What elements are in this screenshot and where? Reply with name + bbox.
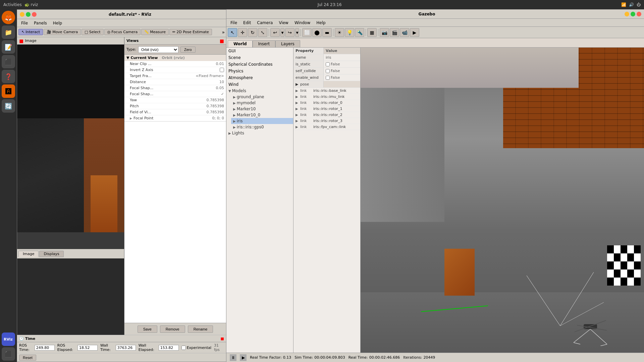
gz-light2-btn[interactable]: 💡 xyxy=(345,28,354,37)
time-close-btn[interactable]: ■ xyxy=(221,337,224,341)
gz-rotate-btn[interactable]: ↻ xyxy=(248,28,257,37)
gz-pause-btn[interactable]: ⏸ xyxy=(230,354,236,361)
tab-image[interactable]: Image xyxy=(18,251,39,257)
interact-btn[interactable]: ↖ Interact xyxy=(18,29,43,35)
gz-model-iris-gps[interactable]: ▶ iris::iris::gps0 xyxy=(231,124,293,130)
remove-view-btn[interactable]: Remove xyxy=(160,325,185,333)
rviz-proc-label[interactable]: 🐢 rviz xyxy=(24,2,38,7)
gz-record2-btn[interactable]: 🎬 xyxy=(390,28,399,37)
gz-3d-viewport[interactable] xyxy=(361,48,644,353)
gz-play-btn[interactable]: ▶ xyxy=(240,354,247,361)
gz-tab-insert[interactable]: Insert xyxy=(253,40,275,47)
pitch-value[interactable]: 0.785398 xyxy=(207,104,224,108)
focal-shape-fixed-value[interactable]: ✓ xyxy=(221,92,224,96)
focus-camera-btn[interactable]: ◎ Focus Camera xyxy=(104,29,141,35)
zero-btn[interactable]: Zero xyxy=(180,47,196,53)
gz-lights-header[interactable]: ▶ Lights xyxy=(226,130,293,136)
pose-estimate-btn[interactable]: ✏ 2D Pose Estimate xyxy=(169,29,212,35)
gazebo-menu-file[interactable]: File xyxy=(228,20,240,26)
gz-model-mymodel[interactable]: ▶ mymodel xyxy=(231,100,293,106)
gz-physics-item[interactable]: Physics xyxy=(226,68,293,74)
rename-view-btn[interactable]: Rename xyxy=(188,325,213,333)
invert-z-checkbox[interactable] xyxy=(220,68,224,72)
toolbar-expand-btn[interactable]: » xyxy=(222,29,225,35)
rviz-menu-file[interactable]: File xyxy=(18,20,31,26)
gz-redo-arrow-btn[interactable]: ▾ xyxy=(295,28,299,37)
yaw-value[interactable]: 0.785398 xyxy=(207,98,224,102)
gz-box-btn[interactable]: ⬜ xyxy=(302,28,312,37)
gazebo-minimize-btn[interactable] xyxy=(625,12,629,16)
gz-tab-layers[interactable]: Layers xyxy=(275,40,300,47)
tab-displays[interactable]: Displays xyxy=(39,251,63,257)
gz-light-btn[interactable]: ☀ xyxy=(335,28,344,37)
gazebo-menu-window[interactable]: Window xyxy=(292,20,313,26)
gazebo-close-btn[interactable] xyxy=(637,12,641,16)
dock-update[interactable]: 🔄 xyxy=(2,99,15,113)
dock-rviz[interactable]: RViz xyxy=(2,333,15,346)
reset-btn[interactable]: Reset xyxy=(19,355,36,361)
experimental-checkbox[interactable] xyxy=(181,346,186,350)
move-camera-btn[interactable]: 🎥 Move Camera xyxy=(44,29,81,35)
rviz-close-btn[interactable] xyxy=(32,12,37,17)
current-view-header[interactable]: ▼ Current View Orbit (rviz) xyxy=(124,55,226,61)
gz-model-ground-plane[interactable]: ▶ ground_plane xyxy=(231,94,293,100)
gz-record-btn[interactable]: 📷 xyxy=(380,28,389,37)
dock-files[interactable]: 📁 xyxy=(2,25,15,39)
gz-cylinder-btn[interactable]: ▬ xyxy=(322,28,332,37)
gz-scene-item[interactable]: Scene xyxy=(226,54,293,61)
select-btn[interactable]: □ Select xyxy=(82,29,103,35)
gz-wireframe-btn[interactable]: ▦ xyxy=(367,28,377,37)
rviz-maximize-btn[interactable] xyxy=(26,12,31,17)
gz-sphere-btn[interactable]: ⬤ xyxy=(312,28,322,37)
gazebo-maximize-btn[interactable] xyxy=(631,12,635,16)
focal-shape-size-value[interactable]: 0.05 xyxy=(216,86,224,90)
experimental-label[interactable]: Experimental xyxy=(181,346,211,350)
dock-terminal[interactable]: ⬛ xyxy=(2,55,15,68)
gz-atmosphere-item[interactable]: Atmosphere xyxy=(226,74,293,81)
views-panel-close[interactable]: ■ xyxy=(220,39,224,43)
dock-text[interactable]: 📝 xyxy=(2,40,15,54)
measure-btn[interactable]: 📏 Measure xyxy=(141,29,169,35)
gz-model-marker10-0[interactable]: ▶ Marker10_0 xyxy=(231,112,293,118)
prop-is-static-row: is_static False xyxy=(293,61,360,68)
save-view-btn[interactable]: Save xyxy=(138,325,157,333)
type-select[interactable]: Orbit (rviz) xyxy=(138,46,178,53)
gazebo-menu-edit[interactable]: Edit xyxy=(240,20,254,26)
gz-wind-item[interactable]: Wind xyxy=(226,81,293,88)
focal-point-value[interactable]: 0; 0; 0 xyxy=(212,116,224,120)
rviz-menu-help[interactable]: Help xyxy=(50,20,65,26)
target-frame-value[interactable]: <Fixed Frame> xyxy=(196,74,224,78)
self-collide-checkbox[interactable] xyxy=(326,69,330,73)
gz-record4-btn[interactable]: ▶ xyxy=(410,28,419,37)
gz-models-header[interactable]: ▼ Models xyxy=(226,88,293,94)
dock-help[interactable]: ❓ xyxy=(2,70,15,83)
gz-undo-btn[interactable]: ↩ xyxy=(270,28,280,37)
gz-redo-btn[interactable]: ↪ xyxy=(285,28,294,37)
distance-value[interactable]: 10 xyxy=(219,80,224,84)
gz-tab-world[interactable]: World xyxy=(228,40,253,47)
gz-translate-btn[interactable]: ✛ xyxy=(238,28,247,37)
near-clip-value[interactable]: 0.01 xyxy=(216,62,224,66)
gz-gui-item[interactable]: GUI xyxy=(226,48,293,54)
gz-model-iris[interactable]: ▶ iris xyxy=(231,118,293,124)
rviz-minimize-btn[interactable] xyxy=(20,12,24,17)
gz-undo-arrow-btn[interactable]: ▾ xyxy=(280,28,284,37)
gazebo-menu-camera[interactable]: Camera xyxy=(254,20,275,26)
activities-label[interactable]: Activities xyxy=(3,2,22,7)
gz-scale-btn[interactable]: ⤡ xyxy=(258,28,267,37)
fov-value[interactable]: 0.785398 xyxy=(207,110,224,114)
dock-apps[interactable]: ⬛ xyxy=(2,347,15,361)
rviz-menu-panels[interactable]: Panels xyxy=(31,20,50,26)
gazebo-menu-help[interactable]: Help xyxy=(314,20,328,26)
is-static-checkbox[interactable] xyxy=(326,62,330,66)
dock-firefox[interactable]: 🦊 xyxy=(2,11,15,24)
dock-software[interactable]: 🅰 xyxy=(2,84,15,98)
enable-wind-checkbox[interactable] xyxy=(326,76,330,80)
gz-model-marker10[interactable]: ▶ Marker10 xyxy=(231,106,293,112)
gazebo-menu-view[interactable]: View xyxy=(276,20,291,26)
image-panel-close[interactable]: ■ xyxy=(19,39,23,43)
gz-select-tool-btn[interactable]: ↖ xyxy=(228,28,237,37)
gz-light3-btn[interactable]: 🔦 xyxy=(355,28,364,37)
gz-record3-btn[interactable]: 📹 xyxy=(400,28,409,37)
gz-spherical-item[interactable]: Spherical Coordinates xyxy=(226,61,293,68)
